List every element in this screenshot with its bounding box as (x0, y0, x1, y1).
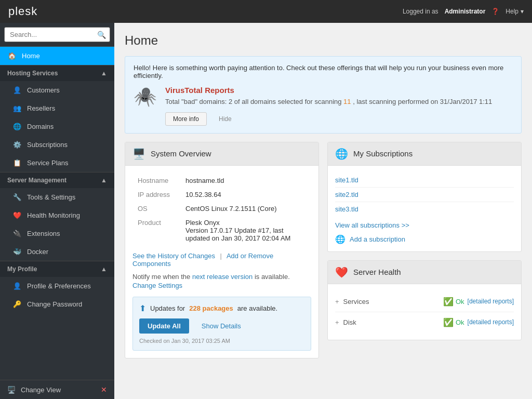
help-button[interactable]: Help ▾ (506, 8, 524, 15)
virus-actions: More info Hide (165, 112, 513, 126)
system-info-table: Hostname hostname.tld IP address 10.52.3… (132, 173, 311, 246)
expand-services-icon[interactable]: + (335, 298, 339, 305)
table-row: Product Plesk Onyx Version 17.0.17 Updat… (134, 216, 310, 245)
hosting-services-nav: 👤 Customers 👥 Resellers 🌐 Domains ⚙️ Sub… (0, 81, 114, 172)
health-row-services: + Services ✅ Ok [detailed reports] (335, 291, 514, 312)
admin-name[interactable]: Administrator (445, 8, 486, 15)
chevron-up-icon-2: ▲ (101, 177, 107, 184)
subscriptions-list: site1.tld site2.tld site3.tld (335, 173, 514, 216)
change-view-item[interactable]: 🖥️ Change View ✕ (0, 380, 114, 399)
my-profile-nav: 👤 Profile & Preferences 🔑 Change Passwor… (0, 277, 114, 313)
list-item: site2.tld (335, 188, 514, 202)
health-disk-label: + Disk (335, 318, 356, 326)
sidebar-item-service-plans[interactable]: 📋 Service Plans (5, 154, 114, 172)
list-item: site3.tld (335, 202, 514, 216)
search-input[interactable] (4, 27, 110, 42)
expand-disk-icon[interactable]: + (335, 318, 339, 326)
add-subscription[interactable]: 🌐 Add a subscription (335, 234, 514, 244)
search-icon: 🔍 (97, 31, 106, 39)
virus-desc: Total "bad" domains: 2 of all domains se… (165, 97, 513, 107)
server-health-card: ❤️ Server Health + Services ✅ (327, 260, 522, 340)
server-health-body: + Services ✅ Ok [detailed reports] (328, 284, 521, 340)
sidebar-item-home[interactable]: 🏠 Home (0, 47, 114, 65)
disk-detail-link[interactable]: [detailed reports] (468, 318, 514, 326)
layout: 🔍 🏠 Home Hosting Services ▲ 👤 Customers … (0, 23, 532, 399)
chevron-up-icon: ▲ (101, 70, 107, 77)
sidebar-item-tools-settings[interactable]: 🔧 Tools & Settings (5, 188, 114, 206)
sidebar-item-subscriptions[interactable]: ⚙️ Subscriptions (5, 136, 114, 154)
change-view-icon: 🖥️ (7, 386, 16, 394)
sidebar: 🔍 🏠 Home Hosting Services ▲ 👤 Customers … (0, 23, 114, 399)
updates-header: ⬆ Updates for 228 packages are available… (139, 303, 304, 313)
search-box: 🔍 (0, 23, 114, 47)
add-icon: 🌐 (335, 234, 345, 244)
topbar: plesk Logged in as Administrator ❓ Help … (0, 0, 532, 23)
health-services-label: + Services (335, 298, 369, 305)
subscriptions-globe-icon: 🌐 (335, 148, 348, 160)
heart-icon: ❤️ (335, 266, 348, 278)
health-row-disk: + Disk ✅ Ok [detailed reports] (335, 312, 514, 332)
view-all-subscriptions-link[interactable]: View all subscriptions >> (335, 221, 514, 229)
disk-ok-check-icon: ✅ (443, 317, 454, 327)
update-all-button[interactable]: Update All (139, 318, 189, 334)
hide-button[interactable]: Hide (211, 112, 240, 126)
sidebar-item-extensions[interactable]: 🔌 Extensions (5, 224, 114, 243)
sidebar-item-resellers[interactable]: 👥 Resellers (5, 99, 114, 117)
docker-icon: 🐳 (12, 248, 22, 256)
separator: | (220, 252, 222, 260)
add-subscription-link[interactable]: Add a subscription (350, 235, 405, 243)
my-profile-section[interactable]: My Profile ▲ (0, 261, 114, 277)
sidebar-bottom: 🖥️ Change View ✕ (0, 380, 114, 399)
resellers-icon: 👥 (12, 104, 22, 112)
more-info-button[interactable]: More info (165, 112, 207, 126)
tools-icon: 🔧 (12, 193, 22, 201)
subscriptions-icon: ⚙️ (12, 141, 22, 149)
banner-text: Hello! Here is something worth paying at… (134, 64, 503, 79)
history-link[interactable]: See the History of Changes (132, 252, 215, 260)
profile-icon: 👤 (12, 282, 22, 290)
site2-link[interactable]: site2.tld (335, 191, 358, 198)
health-disk-status: ✅ Ok [detailed reports] (443, 317, 514, 327)
server-management-nav: 🔧 Tools & Settings ❤️ Health Monitoring … (0, 188, 114, 261)
sidebar-item-domains[interactable]: 🌐 Domains (5, 117, 114, 136)
next-release-link[interactable]: next release version (192, 273, 252, 281)
table-row: Hostname hostname.tld (134, 174, 310, 187)
change-settings-link[interactable]: Change Settings (132, 282, 311, 289)
virus-row: 🕷️ VirusTotal Reports Total "bad" domain… (134, 86, 513, 126)
packages-link[interactable]: 228 packages (189, 304, 233, 312)
list-item: site1.tld (335, 173, 514, 188)
site1-link[interactable]: site1.tld (335, 176, 358, 184)
help-question-icon: ❓ (491, 8, 499, 15)
site3-link[interactable]: site3.tld (335, 205, 358, 213)
sidebar-item-docker[interactable]: 🐳 Docker (5, 243, 114, 261)
system-overview-body: Hostname hostname.tld IP address 10.52.3… (125, 166, 318, 358)
logo: plesk (8, 5, 37, 18)
checked-text: Checked on Jan 30, 2017 03:25 AM (139, 338, 304, 344)
show-details-button[interactable]: Show Details (194, 318, 248, 334)
topbar-right: Logged in as Administrator ❓ Help ▾ (403, 8, 524, 15)
monitor-icon: 🖥️ (132, 148, 145, 160)
updates-box: ⬆ Updates for 228 packages are available… (132, 297, 311, 351)
extensions-icon: 🔌 (12, 230, 22, 237)
sidebar-item-health-monitoring[interactable]: ❤️ Health Monitoring (5, 206, 114, 224)
system-overview-card: 🖥️ System Overview Hostname hostname.tld… (125, 142, 319, 358)
server-management-section[interactable]: Server Management ▲ (0, 172, 114, 188)
services-detail-link[interactable]: [detailed reports] (468, 298, 514, 305)
my-subscriptions-card: 🌐 My Subscriptions site1.tld site2.tld s… (327, 142, 522, 252)
sidebar-item-profile-preferences[interactable]: 👤 Profile & Preferences (5, 277, 114, 295)
health-services-status: ✅ Ok [detailed reports] (443, 297, 514, 307)
home-icon: 🏠 (7, 52, 17, 60)
sidebar-item-change-password[interactable]: 🔑 Change Password (5, 295, 114, 313)
close-icon[interactable]: ✕ (101, 385, 107, 394)
sidebar-item-customers[interactable]: 👤 Customers (5, 81, 114, 99)
right-column: 🌐 My Subscriptions site1.tld site2.tld s… (327, 142, 522, 358)
health-icon: ❤️ (12, 211, 22, 219)
password-icon: 🔑 (12, 300, 22, 308)
updates-icon: ⬆ (139, 303, 146, 313)
hosting-services-section[interactable]: Hosting Services ▲ (0, 65, 114, 81)
my-subscriptions-body: site1.tld site2.tld site3.tld View all s… (328, 166, 521, 251)
main-content: Home Hello! Here is something worth payi… (114, 23, 532, 399)
changes-row: See the History of Changes | Add or Remo… (132, 252, 311, 268)
virus-total-title[interactable]: VirusTotal Reports (165, 86, 234, 95)
page-title: Home (125, 33, 522, 48)
